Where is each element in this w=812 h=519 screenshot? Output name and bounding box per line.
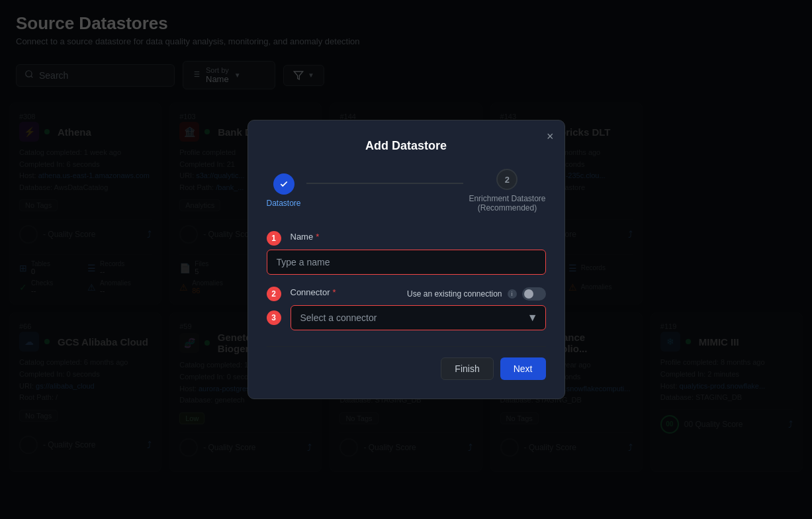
connector-form-group: 2 Connector * Use an existing connection… xyxy=(267,287,546,330)
existing-connection-label: Use an existing connection xyxy=(407,289,502,299)
name-input[interactable] xyxy=(267,250,546,275)
name-form-group: 1 Name * xyxy=(267,231,546,275)
step-connector xyxy=(306,183,464,184)
connector-select[interactable]: Select a connector xyxy=(291,305,546,330)
step-1-label: Datastore xyxy=(267,199,301,208)
modal-title: Add Datastore xyxy=(267,139,546,153)
step-badge-2: 2 xyxy=(267,287,281,301)
add-datastore-modal: × Add Datastore Datastore 2 Enrichment D… xyxy=(248,120,565,399)
modal-overlay[interactable]: × Add Datastore Datastore 2 Enrichment D… xyxy=(0,0,812,519)
step-2: 2 Enrichment Datastore (Recommended) xyxy=(469,169,545,212)
stepper: Datastore 2 Enrichment Datastore (Recomm… xyxy=(267,169,546,212)
info-icon: i xyxy=(508,289,517,299)
connector-label: Connector * xyxy=(291,287,336,297)
next-button[interactable]: Next xyxy=(500,357,546,380)
step-1-circle xyxy=(273,173,294,195)
name-label: Name * xyxy=(291,232,320,242)
finish-button[interactable]: Finish xyxy=(441,357,493,380)
step-2-circle: 2 xyxy=(496,169,518,190)
modal-close-button[interactable]: × xyxy=(547,130,554,144)
existing-connection-toggle[interactable] xyxy=(522,287,546,301)
step-badge-1: 1 xyxy=(267,231,281,246)
step-badge-3: 3 xyxy=(267,310,281,325)
step-1: Datastore xyxy=(267,173,301,208)
step-2-label: Enrichment Datastore (Recommended) xyxy=(469,194,545,212)
modal-footer: Finish Next xyxy=(267,346,546,380)
